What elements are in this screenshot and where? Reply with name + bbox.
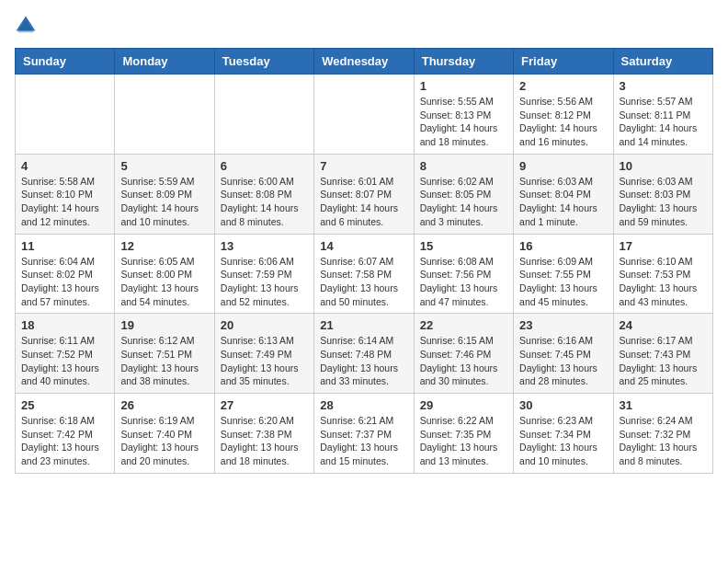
day-info: Sunrise: 6:15 AM Sunset: 7:46 PM Dayligh… xyxy=(420,334,507,388)
day-info: Sunrise: 6:09 AM Sunset: 7:55 PM Dayligh… xyxy=(519,255,607,309)
day-number: 29 xyxy=(420,398,507,412)
weekday-header-monday: Monday xyxy=(115,49,214,75)
day-number: 2 xyxy=(519,79,607,93)
day-number: 10 xyxy=(620,159,707,173)
calendar-cell: 5Sunrise: 5:59 AM Sunset: 8:09 PM Daylig… xyxy=(115,154,214,234)
day-info: Sunrise: 6:24 AM Sunset: 7:32 PM Dayligh… xyxy=(620,414,707,468)
day-number: 7 xyxy=(320,159,407,173)
calendar-cell: 22Sunrise: 6:15 AM Sunset: 7:46 PM Dayli… xyxy=(414,314,513,394)
day-number: 13 xyxy=(221,239,308,253)
day-number: 28 xyxy=(320,398,407,412)
calendar-cell: 29Sunrise: 6:22 AM Sunset: 7:35 PM Dayli… xyxy=(414,394,513,474)
calendar-cell: 11Sunrise: 6:04 AM Sunset: 8:02 PM Dayli… xyxy=(16,234,115,314)
day-number: 6 xyxy=(221,159,308,173)
calendar-cell: 12Sunrise: 6:05 AM Sunset: 8:00 PM Dayli… xyxy=(115,234,214,314)
logo xyxy=(15,15,40,37)
day-number: 8 xyxy=(420,159,507,173)
weekday-header-saturday: Saturday xyxy=(613,49,712,75)
calendar-cell: 8Sunrise: 6:02 AM Sunset: 8:05 PM Daylig… xyxy=(414,154,513,234)
calendar-cell: 17Sunrise: 6:10 AM Sunset: 7:53 PM Dayli… xyxy=(613,234,712,314)
calendar-cell: 6Sunrise: 6:00 AM Sunset: 8:08 PM Daylig… xyxy=(214,154,313,234)
day-number: 21 xyxy=(320,318,407,332)
day-number: 11 xyxy=(21,239,108,253)
day-info: Sunrise: 6:11 AM Sunset: 7:52 PM Dayligh… xyxy=(21,334,108,388)
day-info: Sunrise: 6:03 AM Sunset: 8:04 PM Dayligh… xyxy=(519,175,607,229)
day-number: 22 xyxy=(420,318,507,332)
calendar-week-4: 18Sunrise: 6:11 AM Sunset: 7:52 PM Dayli… xyxy=(16,314,713,394)
weekday-header-friday: Friday xyxy=(514,49,613,75)
calendar-cell: 20Sunrise: 6:13 AM Sunset: 7:49 PM Dayli… xyxy=(214,314,313,394)
day-number: 9 xyxy=(519,159,607,173)
day-info: Sunrise: 6:17 AM Sunset: 7:43 PM Dayligh… xyxy=(620,334,707,388)
day-number: 26 xyxy=(120,398,208,412)
calendar-cell: 26Sunrise: 6:19 AM Sunset: 7:40 PM Dayli… xyxy=(115,394,214,474)
calendar-cell: 2Sunrise: 5:56 AM Sunset: 8:12 PM Daylig… xyxy=(514,75,613,155)
day-info: Sunrise: 5:55 AM Sunset: 8:13 PM Dayligh… xyxy=(420,95,507,149)
day-info: Sunrise: 5:58 AM Sunset: 8:10 PM Dayligh… xyxy=(21,175,108,229)
calendar-cell xyxy=(214,75,313,155)
calendar-cell: 7Sunrise: 6:01 AM Sunset: 8:07 PM Daylig… xyxy=(314,154,414,234)
calendar-cell: 15Sunrise: 6:08 AM Sunset: 7:56 PM Dayli… xyxy=(414,234,513,314)
day-number: 30 xyxy=(519,398,607,412)
day-info: Sunrise: 6:12 AM Sunset: 7:51 PM Dayligh… xyxy=(120,334,208,388)
calendar-table: SundayMondayTuesdayWednesdayThursdayFrid… xyxy=(15,48,713,474)
logo-icon xyxy=(15,15,37,37)
calendar-week-2: 4Sunrise: 5:58 AM Sunset: 8:10 PM Daylig… xyxy=(16,154,713,234)
day-number: 18 xyxy=(21,318,108,332)
day-info: Sunrise: 6:18 AM Sunset: 7:42 PM Dayligh… xyxy=(21,414,108,468)
calendar-cell: 3Sunrise: 5:57 AM Sunset: 8:11 PM Daylig… xyxy=(613,75,712,155)
day-info: Sunrise: 6:10 AM Sunset: 7:53 PM Dayligh… xyxy=(620,255,707,309)
day-info: Sunrise: 6:23 AM Sunset: 7:34 PM Dayligh… xyxy=(519,414,607,468)
calendar-cell: 24Sunrise: 6:17 AM Sunset: 7:43 PM Dayli… xyxy=(613,314,712,394)
day-number: 16 xyxy=(519,239,607,253)
day-number: 19 xyxy=(120,318,208,332)
calendar-cell: 13Sunrise: 6:06 AM Sunset: 7:59 PM Dayli… xyxy=(214,234,313,314)
day-number: 12 xyxy=(120,239,208,253)
weekday-header-tuesday: Tuesday xyxy=(214,49,313,75)
page-header xyxy=(15,15,713,37)
day-number: 5 xyxy=(120,159,208,173)
calendar-cell: 9Sunrise: 6:03 AM Sunset: 8:04 PM Daylig… xyxy=(514,154,613,234)
day-info: Sunrise: 6:05 AM Sunset: 8:00 PM Dayligh… xyxy=(120,255,208,309)
day-info: Sunrise: 6:21 AM Sunset: 7:37 PM Dayligh… xyxy=(320,414,407,468)
day-info: Sunrise: 5:57 AM Sunset: 8:11 PM Dayligh… xyxy=(620,95,707,149)
calendar-week-3: 11Sunrise: 6:04 AM Sunset: 8:02 PM Dayli… xyxy=(16,234,713,314)
calendar-cell: 10Sunrise: 6:03 AM Sunset: 8:03 PM Dayli… xyxy=(613,154,712,234)
calendar-cell: 4Sunrise: 5:58 AM Sunset: 8:10 PM Daylig… xyxy=(16,154,115,234)
day-info: Sunrise: 5:59 AM Sunset: 8:09 PM Dayligh… xyxy=(120,175,208,229)
day-info: Sunrise: 6:20 AM Sunset: 7:38 PM Dayligh… xyxy=(221,414,308,468)
day-number: 23 xyxy=(519,318,607,332)
day-number: 24 xyxy=(620,318,707,332)
calendar-cell xyxy=(115,75,214,155)
day-number: 14 xyxy=(320,239,407,253)
day-info: Sunrise: 6:08 AM Sunset: 7:56 PM Dayligh… xyxy=(420,255,507,309)
calendar-week-1: 1Sunrise: 5:55 AM Sunset: 8:13 PM Daylig… xyxy=(16,75,713,155)
day-number: 4 xyxy=(21,159,108,173)
calendar-cell: 18Sunrise: 6:11 AM Sunset: 7:52 PM Dayli… xyxy=(16,314,115,394)
day-info: Sunrise: 6:22 AM Sunset: 7:35 PM Dayligh… xyxy=(420,414,507,468)
calendar-cell xyxy=(16,75,115,155)
day-info: Sunrise: 6:00 AM Sunset: 8:08 PM Dayligh… xyxy=(221,175,308,229)
calendar-cell: 14Sunrise: 6:07 AM Sunset: 7:58 PM Dayli… xyxy=(314,234,414,314)
day-info: Sunrise: 5:56 AM Sunset: 8:12 PM Dayligh… xyxy=(519,95,607,149)
day-number: 27 xyxy=(221,398,308,412)
calendar-cell: 27Sunrise: 6:20 AM Sunset: 7:38 PM Dayli… xyxy=(214,394,313,474)
weekday-header-sunday: Sunday xyxy=(16,49,115,75)
day-number: 20 xyxy=(221,318,308,332)
day-info: Sunrise: 6:14 AM Sunset: 7:48 PM Dayligh… xyxy=(320,334,407,388)
day-info: Sunrise: 6:19 AM Sunset: 7:40 PM Dayligh… xyxy=(120,414,208,468)
weekday-header-row: SundayMondayTuesdayWednesdayThursdayFrid… xyxy=(16,49,713,75)
calendar-cell: 21Sunrise: 6:14 AM Sunset: 7:48 PM Dayli… xyxy=(314,314,414,394)
day-info: Sunrise: 6:07 AM Sunset: 7:58 PM Dayligh… xyxy=(320,255,407,309)
day-info: Sunrise: 6:02 AM Sunset: 8:05 PM Dayligh… xyxy=(420,175,507,229)
day-info: Sunrise: 6:06 AM Sunset: 7:59 PM Dayligh… xyxy=(221,255,308,309)
calendar-cell: 28Sunrise: 6:21 AM Sunset: 7:37 PM Dayli… xyxy=(314,394,414,474)
day-info: Sunrise: 6:04 AM Sunset: 8:02 PM Dayligh… xyxy=(21,255,108,309)
calendar-cell xyxy=(314,75,414,155)
calendar-cell: 30Sunrise: 6:23 AM Sunset: 7:34 PM Dayli… xyxy=(514,394,613,474)
calendar-cell: 25Sunrise: 6:18 AM Sunset: 7:42 PM Dayli… xyxy=(16,394,115,474)
day-number: 25 xyxy=(21,398,108,412)
day-number: 3 xyxy=(620,79,707,93)
day-info: Sunrise: 6:01 AM Sunset: 8:07 PM Dayligh… xyxy=(320,175,407,229)
calendar-cell: 16Sunrise: 6:09 AM Sunset: 7:55 PM Dayli… xyxy=(514,234,613,314)
